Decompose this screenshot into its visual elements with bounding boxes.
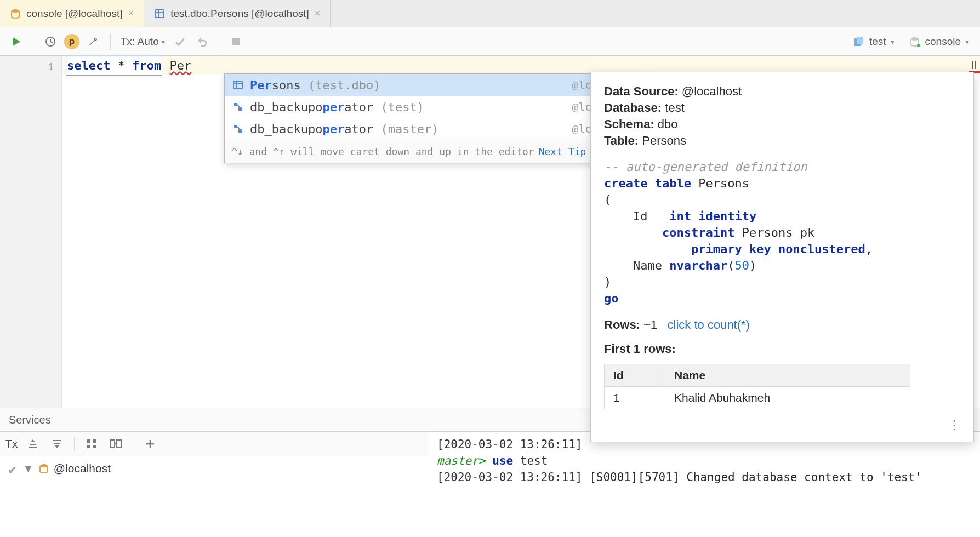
side-layout-button[interactable] <box>106 435 125 453</box>
doc-meta: Data Source: @localhost Database: test S… <box>604 83 960 149</box>
services-title: Services <box>9 414 51 426</box>
role-icon <box>232 123 243 134</box>
close-icon[interactable]: × <box>315 8 321 19</box>
role-icon <box>232 101 243 112</box>
svg-rect-18 <box>238 129 242 133</box>
chevron-down-icon: ▾ <box>161 37 165 46</box>
tab-table-persons[interactable]: test.dbo.Persons [@localhost] × <box>144 0 331 27</box>
doc-rowcount: Rows: ~1 click to count(*) <box>604 318 960 332</box>
svg-rect-11 <box>233 81 242 89</box>
svg-rect-8 <box>857 37 863 44</box>
rollback-button[interactable] <box>192 32 211 51</box>
line-number: 1 <box>0 59 61 75</box>
autocomplete-label: Persons (test.dbo) <box>250 78 380 92</box>
autocomplete-label: db_backupoperator (master) <box>250 122 438 136</box>
checkmark-icon: ✔ <box>8 464 17 477</box>
svg-rect-17 <box>234 125 237 128</box>
table-icon <box>154 8 165 19</box>
svg-point-10 <box>917 44 920 47</box>
svg-rect-31 <box>116 440 121 448</box>
tab-label: test.dbo.Persons [@localhost] <box>170 8 309 20</box>
svg-rect-28 <box>87 445 90 448</box>
autocomplete-item[interactable]: Persons (test.dbo) @localhost <box>225 74 646 96</box>
tx-mode-group: Tx: Auto ▾ <box>118 32 211 51</box>
services-output[interactable]: [2020-03-02 13:26:11] master> use test [… <box>429 432 980 537</box>
filter-up-button[interactable] <box>24 435 42 453</box>
datasource-icon <box>853 36 865 48</box>
profile-badge[interactable]: p <box>64 34 79 49</box>
svg-rect-6 <box>232 38 240 45</box>
doc-preview-table: Id Name 1 Khalid Abuhakmeh <box>604 364 910 409</box>
datasource-picker[interactable]: test ▾ <box>848 36 899 48</box>
typed-fragment: Per <box>169 59 191 72</box>
db-console-icon <box>38 463 49 474</box>
db-console-icon <box>10 8 21 19</box>
run-button[interactable] <box>7 32 25 51</box>
col-header: Id <box>605 364 665 387</box>
svg-line-16 <box>237 105 240 107</box>
services-tree-node[interactable]: ▼ @localhost <box>22 462 111 475</box>
console-picker[interactable]: console ▾ <box>904 36 974 48</box>
svg-marker-4 <box>13 37 20 46</box>
close-icon[interactable]: × <box>128 8 134 19</box>
toolbar-right: test ▾ console ▾ <box>848 36 973 48</box>
history-button[interactable] <box>41 32 60 51</box>
tab-bar: console [@localhost] × test.dbo.Persons … <box>0 0 980 27</box>
console-icon <box>909 36 921 48</box>
svg-rect-29 <box>93 445 96 448</box>
cell-id: 1 <box>605 387 665 409</box>
svg-point-9 <box>911 37 919 41</box>
svg-point-35 <box>40 464 48 467</box>
tx-mode-dropdown[interactable]: Tx: Auto ▾ <box>118 36 167 48</box>
svg-rect-27 <box>93 439 96 443</box>
next-tip-link[interactable]: Next Tip <box>539 146 586 157</box>
services-toolbar: Tx <box>0 432 429 456</box>
separator <box>110 33 111 50</box>
chevron-down-icon: ▾ <box>965 37 969 46</box>
table-icon <box>232 79 243 90</box>
count-link[interactable]: click to count(*) <box>668 318 750 332</box>
more-icon[interactable]: ⋮ <box>948 418 960 432</box>
separator <box>219 33 219 50</box>
svg-rect-14 <box>234 103 237 106</box>
sql-toolbar: p Tx: Auto ▾ test ▾ console <box>0 27 980 56</box>
separator <box>33 33 33 50</box>
quick-doc-popup: Data Source: @localhost Database: test S… <box>590 72 974 442</box>
svg-marker-25 <box>55 445 59 448</box>
services-node-label: @localhost <box>54 462 111 475</box>
svg-rect-1 <box>155 10 164 18</box>
svg-rect-30 <box>110 440 115 448</box>
stop-button[interactable] <box>227 32 246 51</box>
svg-rect-26 <box>87 439 90 443</box>
settings-button[interactable] <box>84 32 102 51</box>
services-tree: ✔ ▼ @localhost <box>0 456 429 537</box>
tab-console[interactable]: console [@localhost] × <box>0 0 144 27</box>
commit-button[interactable] <box>170 32 189 51</box>
chevron-down-icon: ▾ <box>891 37 894 46</box>
autocomplete-popup: Persons (test.dbo) @localhost db_backupo… <box>224 73 646 163</box>
editor-gutter: 1 <box>0 56 62 408</box>
svg-marker-22 <box>31 439 35 442</box>
autocomplete-label: db_backupoperator (test) <box>250 100 424 114</box>
add-button[interactable] <box>141 435 159 453</box>
cell-name: Khalid Abuhakmeh <box>665 387 910 409</box>
svg-line-19 <box>237 127 240 129</box>
svg-rect-15 <box>238 107 242 111</box>
autocomplete-item[interactable]: db_backupoperator (test) @localhost <box>225 96 646 118</box>
autocomplete-item[interactable]: db_backupoperator (master) @localhost <box>225 118 646 140</box>
chevron-down-icon: ▼ <box>22 462 34 475</box>
filter-down-button[interactable] <box>48 435 66 453</box>
separator <box>133 437 133 451</box>
pause-marker-icon: || <box>968 59 980 70</box>
tab-label: console [@localhost] <box>26 8 123 20</box>
services-panel: Tx ✔ ▼ <box>0 432 980 537</box>
table-header-row: Id Name <box>605 364 910 387</box>
tx-label: Tx <box>5 438 18 450</box>
services-left: Tx ✔ ▼ <box>0 432 429 537</box>
doc-first-rows-label: First 1 rows: <box>604 342 960 356</box>
layout-button[interactable] <box>82 435 101 453</box>
table-row: 1 Khalid Abuhakmeh <box>605 387 910 409</box>
col-header: Name <box>665 364 910 387</box>
doc-ddl: -- auto-generated definition create tabl… <box>604 159 960 307</box>
svg-point-0 <box>12 9 19 13</box>
